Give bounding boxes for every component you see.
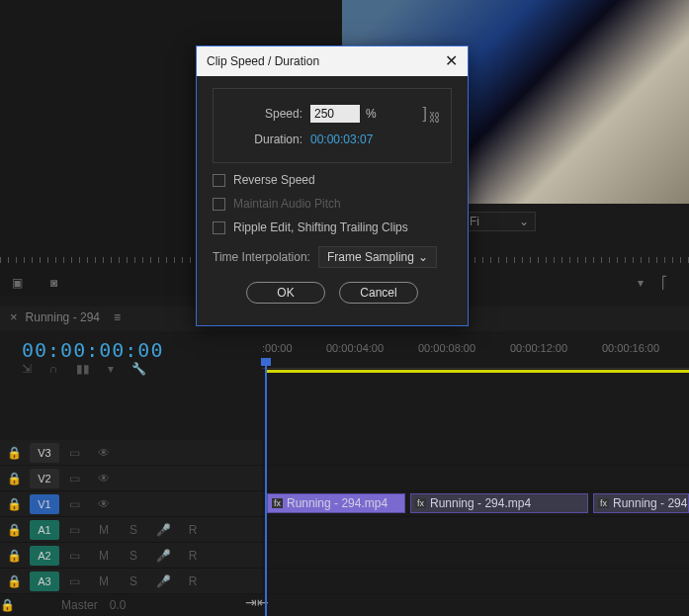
ruler-baseline	[262, 368, 689, 369]
close-icon[interactable]: ✕	[445, 46, 458, 76]
time-interpolation-value: Frame Sampling	[327, 250, 414, 264]
clip[interactable]: fxRunning - 294.mp4	[593, 493, 689, 513]
mute-toggle[interactable]: M	[89, 574, 119, 588]
track-a3[interactable]: 🔒 A3 ▭ M S 🎤 R	[0, 569, 689, 594]
track-lane[interactable]	[262, 543, 689, 568]
ruler-label: 00:00:16:00	[602, 342, 659, 354]
clip[interactable]: fxRunning - 294.mp4	[410, 493, 588, 513]
solo-toggle[interactable]: S	[119, 574, 148, 588]
reverse-speed-label: Reverse Speed	[233, 173, 315, 187]
playhead-line[interactable]	[265, 358, 267, 616]
clip[interactable]: fxRunning - 294.mp4	[267, 493, 405, 513]
track-tag[interactable]: A3	[30, 572, 59, 591]
snap-icon[interactable]: ∩	[49, 362, 58, 376]
clip-label: Running - 294.mp4	[430, 496, 531, 510]
track-v3[interactable]: 🔒 V3 ▭ 👁	[0, 440, 689, 466]
lock-icon[interactable]: 🔒	[0, 446, 30, 460]
mute-toggle[interactable]: M	[89, 523, 119, 537]
speed-duration-group: Speed: % Duration: 00:00:03:07 ] ⛓	[213, 88, 452, 163]
mic-icon[interactable]: 🎤	[148, 523, 178, 537]
track-lane[interactable]	[262, 517, 689, 542]
link-icon[interactable]: ⛓	[429, 111, 441, 125]
duration-value[interactable]: 00:00:03:07	[310, 132, 373, 146]
dialog-titlebar[interactable]: Clip Speed / Duration ✕	[197, 46, 468, 76]
track-tag[interactable]: A1	[30, 520, 59, 540]
lock-icon[interactable]: 🔒	[0, 574, 30, 588]
sync-lock-icon[interactable]: ▭	[59, 549, 89, 563]
track-a2[interactable]: 🔒 A2 ▭ M S 🎤 R	[0, 543, 689, 569]
sync-lock-icon[interactable]: ▭	[59, 497, 89, 511]
time-interpolation-select[interactable]: Frame Sampling ⌄	[318, 246, 437, 268]
eye-icon[interactable]: 👁	[89, 446, 119, 460]
marker-icon[interactable]: ▾	[638, 276, 644, 290]
solo-toggle[interactable]: S	[119, 523, 148, 537]
lock-icon[interactable]: 🔒	[0, 497, 30, 511]
sync-lock-icon[interactable]: ▭	[59, 446, 89, 460]
ruler-label: 00:00:04:00	[326, 342, 384, 354]
master-track[interactable]: 🔒 Master 0.0	[0, 594, 689, 616]
percent-unit: %	[366, 107, 377, 121]
track-lane[interactable]	[262, 440, 689, 465]
track-lane[interactable]: fxRunning - 294.mp4 fxRunning - 294.mp4 …	[262, 491, 689, 516]
track-a1[interactable]: 🔒 A1 ▭ M S 🎤 R	[0, 517, 689, 543]
camera-icon[interactable]: ▣	[12, 276, 23, 290]
record-icon[interactable]: R	[178, 574, 208, 588]
camera-icon-2[interactable]: ◙	[50, 276, 57, 290]
maintain-pitch-label: Maintain Audio Pitch	[233, 197, 341, 211]
record-icon[interactable]: R	[178, 549, 208, 563]
speed-label: Speed:	[225, 107, 302, 121]
sync-lock-icon[interactable]: ▭	[59, 523, 89, 537]
checkbox[interactable]	[213, 221, 225, 234]
mute-toggle[interactable]: M	[89, 549, 119, 563]
eye-icon[interactable]: 👁	[89, 472, 119, 485]
ripple-edit-row[interactable]: Ripple Edit, Shifting Trailing Clips	[213, 220, 452, 234]
reverse-speed-row[interactable]: Reverse Speed	[213, 173, 452, 187]
clip-speed-dialog: Clip Speed / Duration ✕ Speed: % Duratio…	[196, 45, 469, 326]
settings-icon[interactable]: 🔧	[131, 362, 146, 376]
duration-label: Duration:	[225, 132, 302, 146]
record-icon[interactable]: R	[178, 523, 208, 537]
track-lane[interactable]	[262, 569, 689, 593]
clip-label: Running - 294.mp4	[287, 496, 388, 510]
insert-icon[interactable]: ⇲	[22, 362, 32, 376]
wrench-icon[interactable]: ⎡	[661, 276, 667, 290]
work-area-bar[interactable]	[266, 370, 689, 373]
solo-toggle[interactable]: S	[119, 549, 148, 563]
sequence-tab[interactable]: × Running - 294 ≡	[10, 309, 122, 324]
eye-icon[interactable]: 👁	[89, 497, 119, 511]
master-value[interactable]: 0.0	[110, 598, 127, 612]
track-tag[interactable]: V1	[30, 494, 59, 514]
checkbox[interactable]	[213, 174, 225, 187]
lock-icon[interactable]: 🔒	[0, 523, 30, 537]
speed-input[interactable]	[310, 105, 360, 123]
chevron-down-icon: ⌄	[519, 215, 529, 228]
clip-label: Running - 294.mp4	[613, 496, 689, 510]
track-tag[interactable]: A2	[30, 546, 59, 566]
track-header-area: 🔒 V3 ▭ 👁 🔒 V2 ▭ 👁 🔒 V1 ▭ 👁 fxRunning - 2…	[0, 440, 689, 594]
track-tag[interactable]: V2	[30, 469, 59, 488]
markers-icon[interactable]: ▮▮	[76, 362, 90, 376]
close-icon[interactable]: ×	[10, 309, 18, 324]
panel-menu-icon[interactable]: ≡	[114, 310, 122, 324]
lock-icon[interactable]: 🔒	[0, 472, 30, 485]
link-bracket-icon: ]	[423, 105, 425, 123]
zoom-fit-dropdown[interactable]: Fi⌄	[463, 212, 536, 231]
mic-icon[interactable]: 🎤	[148, 574, 178, 588]
ok-button[interactable]: OK	[246, 282, 325, 304]
mic-icon[interactable]: 🎤	[148, 549, 178, 563]
track-v2[interactable]: 🔒 V2 ▭ 👁	[0, 466, 689, 491]
ruler-label: 00:00:12:00	[510, 342, 567, 354]
track-lane[interactable]	[262, 466, 689, 490]
cancel-button[interactable]: Cancel	[339, 282, 418, 304]
fx-badge: fx	[272, 498, 283, 508]
time-interpolation-label: Time Interpolation:	[213, 250, 310, 264]
sync-lock-icon[interactable]: ▭	[59, 574, 89, 588]
lock-icon[interactable]: 🔒	[0, 549, 30, 563]
sync-lock-icon[interactable]: ▭	[59, 472, 89, 485]
chevron-down-icon: ⌄	[418, 250, 428, 264]
track-tag[interactable]: V3	[30, 443, 59, 463]
playhead-timecode[interactable]: 00:00:00:00	[22, 338, 163, 362]
lock-icon[interactable]: 🔒	[0, 598, 49, 612]
track-v1[interactable]: 🔒 V1 ▭ 👁 fxRunning - 294.mp4 fxRunning -…	[0, 491, 689, 517]
marker-add-icon[interactable]: ▾	[108, 362, 114, 376]
